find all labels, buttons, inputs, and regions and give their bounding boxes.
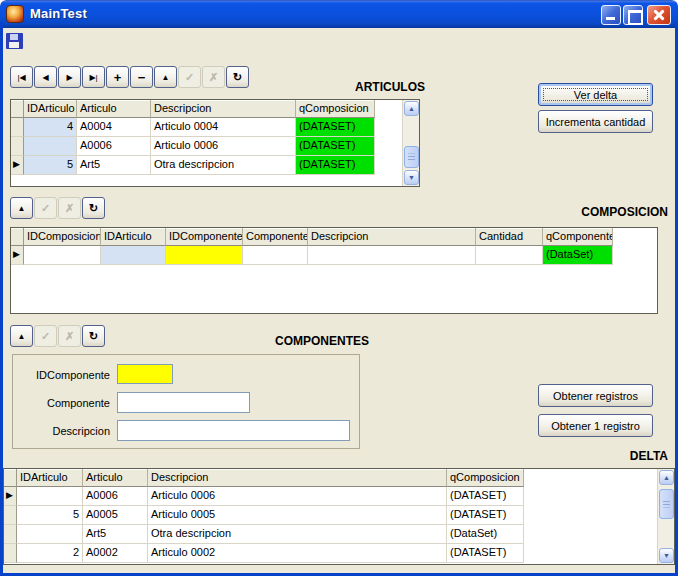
cell[interactable]: (DataSet) xyxy=(543,246,613,265)
cell[interactable]: Art5 xyxy=(83,525,148,544)
cell[interactable]: Articulo 0002 xyxy=(148,544,447,563)
cell[interactable]: A0006 xyxy=(83,487,148,506)
row-indicator xyxy=(4,544,17,563)
cell[interactable]: (DATASET) xyxy=(447,544,524,563)
obtener-1-registro-button[interactable]: Obtener 1 registro xyxy=(538,414,653,437)
nav-refresh-button[interactable]: ↻ xyxy=(82,325,105,347)
cell[interactable] xyxy=(17,487,83,506)
column-header: Cantidad xyxy=(476,228,543,246)
idcomponente-field[interactable] xyxy=(117,364,173,384)
nav-next-button[interactable]: ▶ xyxy=(58,66,81,88)
cell[interactable]: A0006 xyxy=(77,137,151,156)
componentes-navigator: ▲ ✓ ✗ ↻ xyxy=(10,325,105,347)
cell[interactable]: Articulo 0006 xyxy=(148,487,447,506)
nav-edit-button[interactable]: ▲ xyxy=(154,66,177,88)
incrementa-cantidad-button[interactable]: Incrementa cantidad xyxy=(538,110,653,133)
nav-delete-button[interactable]: − xyxy=(130,66,153,88)
column-header: IDComponente xyxy=(166,228,243,246)
column-header: IDComposicion xyxy=(24,228,101,246)
cell[interactable] xyxy=(24,137,77,156)
cell[interactable]: A0002 xyxy=(83,544,148,563)
obtener-registros-button[interactable]: Obtener registros xyxy=(538,384,653,407)
scroll-down-icon[interactable]: ▼ xyxy=(659,548,674,563)
button-label: Ver delta xyxy=(574,89,617,101)
column-header: Articulo xyxy=(83,469,148,487)
descripcion-label: Descripcion xyxy=(18,425,110,437)
column-header: IDArticulo xyxy=(24,100,77,118)
cell[interactable] xyxy=(308,246,476,265)
cell[interactable]: (DATASET) xyxy=(296,118,375,137)
column-header: IDArticulo xyxy=(17,469,83,487)
cell[interactable]: Articulo 0006 xyxy=(151,137,296,156)
cell[interactable] xyxy=(243,246,308,265)
nav-first-button[interactable]: |◀ xyxy=(10,66,33,88)
scroll-down-icon[interactable]: ▼ xyxy=(404,170,419,185)
descripcion-field[interactable] xyxy=(117,420,350,441)
row-indicator-active: ▶ xyxy=(11,156,24,175)
cell[interactable]: (DATASET) xyxy=(447,506,524,525)
nav-last-button[interactable]: ▶| xyxy=(82,66,105,88)
indicator-header xyxy=(11,100,24,118)
scrollbar-thumb[interactable] xyxy=(404,146,419,168)
scroll-up-icon[interactable]: ▲ xyxy=(404,101,419,116)
titlebar[interactable]: MainTest xyxy=(0,0,678,28)
delta-section-label: DELTA xyxy=(468,449,668,463)
column-header: Descripcion xyxy=(308,228,476,246)
nav-refresh-button[interactable]: ↻ xyxy=(82,197,105,219)
cell[interactable]: 5 xyxy=(24,156,77,175)
nav-insert-button[interactable]: + xyxy=(106,66,129,88)
current-row-arrow-icon: ▶ xyxy=(13,159,20,170)
cell[interactable]: (DATASET) xyxy=(296,156,375,175)
idcomponente-label: IDComponente xyxy=(18,369,110,381)
cell[interactable]: 4 xyxy=(24,118,77,137)
nav-edit-button[interactable]: ▲ xyxy=(10,325,33,347)
componente-field[interactable] xyxy=(117,392,250,413)
window-title: MainTest xyxy=(30,6,87,21)
save-icon[interactable] xyxy=(6,33,23,49)
cell[interactable]: A0005 xyxy=(83,506,148,525)
row-indicator xyxy=(11,118,24,137)
componente-label: Componente xyxy=(18,397,110,409)
scroll-up-icon[interactable]: ▲ xyxy=(659,470,674,485)
articulos-navigator: |◀ ◀ ▶ ▶| + − ▲ ✓ ✗ ↻ xyxy=(10,66,249,88)
column-header: Componente xyxy=(243,228,308,246)
nav-post-button: ✓ xyxy=(178,66,201,88)
row-indicator-active: ▶ xyxy=(11,246,24,265)
cell[interactable]: 2 xyxy=(17,544,83,563)
delta-scrollbar: ▲ ▼ xyxy=(657,469,674,564)
cell[interactable]: (DATASET) xyxy=(447,487,524,506)
cell[interactable] xyxy=(17,525,83,544)
current-row-arrow-icon: ▶ xyxy=(6,490,13,501)
maximize-icon[interactable] xyxy=(623,5,643,25)
cell[interactable]: Otra descripcion xyxy=(151,156,296,175)
cell[interactable]: Articulo 0004 xyxy=(151,118,296,137)
table-row: ▶ (DataSet) xyxy=(11,246,657,265)
cell[interactable] xyxy=(166,246,243,265)
table-row: Art5 Otra descripcion (DataSet) xyxy=(4,525,674,544)
close-icon[interactable] xyxy=(647,5,671,25)
cell[interactable]: Otra descripcion xyxy=(148,525,447,544)
table-row: ▶ 5 Art5 Otra descripcion (DATASET) xyxy=(11,156,419,175)
nav-prior-button[interactable]: ◀ xyxy=(34,66,57,88)
articulos-grid: IDArticulo Articulo Descripcion qComposi… xyxy=(10,99,420,187)
scrollbar-thumb[interactable] xyxy=(659,489,674,519)
cell[interactable] xyxy=(476,246,543,265)
cell[interactable]: Articulo 0005 xyxy=(148,506,447,525)
indicator-header xyxy=(4,469,17,487)
ver-delta-button[interactable]: Ver delta xyxy=(538,83,653,106)
nav-edit-button[interactable]: ▲ xyxy=(10,197,33,219)
column-header: IDArticulo xyxy=(101,228,166,246)
cell[interactable] xyxy=(24,246,101,265)
componentes-section-label: COMPONENTES xyxy=(222,334,422,348)
articulos-section-label: ARTICULOS xyxy=(225,80,425,94)
cell[interactable] xyxy=(101,246,166,265)
minimize-icon[interactable] xyxy=(601,5,621,25)
cell[interactable]: (DATASET) xyxy=(296,137,375,156)
current-row-arrow-icon: ▶ xyxy=(13,249,20,260)
main-window: MainTest |◀ ◀ ▶ ▶| + − ▲ ✓ ✗ ↻ ARTICULOS… xyxy=(0,0,678,576)
cell[interactable]: (DataSet) xyxy=(447,525,524,544)
cell[interactable]: 5 xyxy=(17,506,83,525)
nav-post-button: ✓ xyxy=(34,325,57,347)
cell[interactable]: Art5 xyxy=(77,156,151,175)
cell[interactable]: A0004 xyxy=(77,118,151,137)
